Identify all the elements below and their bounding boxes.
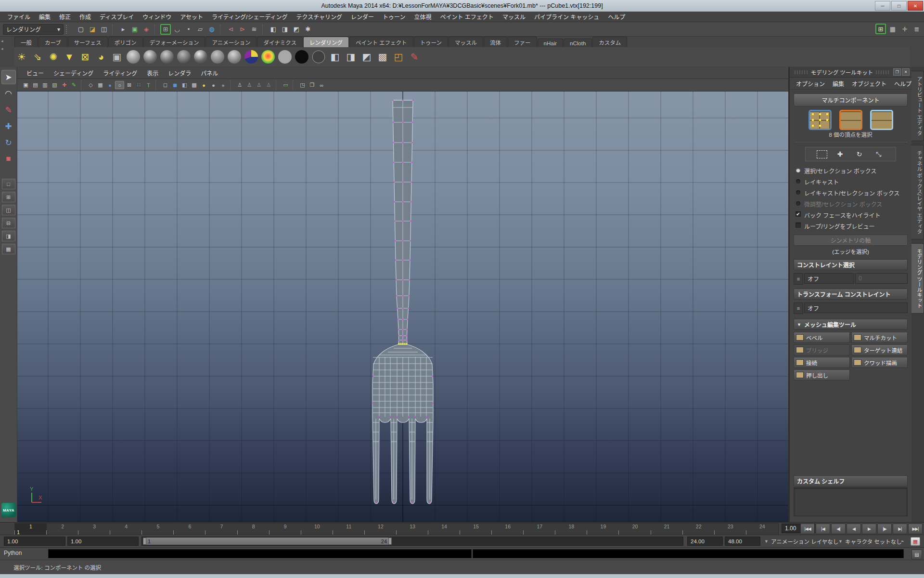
panel-menu-6[interactable]: パネル [196, 68, 222, 78]
attribute-editor-icon[interactable]: ≣ [911, 24, 922, 34]
drag-dots[interactable] [795, 70, 808, 74]
marquee-select-icon[interactable] [817, 150, 827, 158]
menu-3[interactable]: 修正 [55, 12, 75, 22]
frame-21[interactable]: 21 [651, 524, 683, 535]
shelf-tab-curves[interactable]: カーブ [38, 37, 67, 47]
toolkit-header[interactable]: モデリング ツールキット ❐ ✕ [790, 67, 911, 78]
menu-1[interactable]: ファイル [3, 12, 35, 22]
ipr-render-icon[interactable]: ◩ [291, 24, 302, 35]
check-preview-loop-ring[interactable]: ループ/リングをプレビュー [794, 221, 908, 232]
camera-icon[interactable]: ▣ [110, 50, 124, 64]
play-backwards-button[interactable]: ◀ [847, 524, 861, 534]
two-pane-stacked-layout-button[interactable]: ⊟ [2, 218, 15, 228]
toolkit-menu-edit[interactable]: 編集 [829, 79, 847, 89]
texture-display-icon[interactable]: T [144, 81, 153, 89]
use-background-icon[interactable] [295, 50, 308, 64]
all-lights-icon[interactable]: ● [209, 81, 218, 89]
transform-constraint-header[interactable]: トランスフォーム コンストレイント [794, 289, 908, 300]
range-start-handle[interactable] [143, 538, 146, 545]
hypershade-persp-layout-button[interactable]: ▦ [2, 244, 15, 254]
burger-icon[interactable]: ≡ [794, 302, 803, 314]
range-slider-active[interactable]: 1 24 [143, 538, 392, 545]
radio-raycast-selection-box[interactable]: レイキャスト/セレクション ボックス [794, 187, 908, 198]
select-by-object-icon[interactable]: ▣ [129, 24, 140, 35]
shelf-tab-toon[interactable]: トゥーン [414, 37, 448, 47]
custom-shelf-header[interactable]: カスタム シェルフ [794, 475, 908, 486]
panel-menu-4[interactable]: 表示 [142, 68, 163, 78]
shelf-toggle-arrows[interactable]: ◂◂ [1, 39, 13, 65]
quad-draw-button[interactable]: クワッド描画 [851, 357, 908, 368]
wireframe-icon[interactable]: ◇ [86, 81, 95, 89]
pane-layout-icon[interactable]: ❐ [308, 81, 317, 89]
menu-15[interactable]: パイプライン キャッシュ [530, 12, 603, 22]
radio-select-selection-box[interactable]: 選択/セレクション ボックス [794, 165, 908, 176]
hypershade-icon[interactable]: ◰ [391, 50, 406, 64]
menu-7[interactable]: アセット [176, 12, 207, 22]
menu-4[interactable]: 作成 [75, 12, 95, 22]
render-settings-icon[interactable]: ▩ [375, 50, 390, 64]
maximize-button[interactable]: □ [891, 1, 907, 11]
scale-tool[interactable]: ■ [1, 152, 16, 166]
frame-14[interactable]: 14 [428, 524, 460, 535]
frame-16[interactable]: 16 [492, 524, 524, 535]
snap-to-grid-icon[interactable]: ⊞ [160, 24, 171, 35]
shelf-tab-general[interactable]: 一般 [14, 37, 38, 47]
bevel-button[interactable]: ベベル [794, 332, 850, 343]
batch-render-icon[interactable]: ◩ [359, 50, 374, 64]
menu-14[interactable]: マッスル [498, 12, 530, 22]
target-weld-button[interactable]: ターゲット連結 [851, 344, 908, 355]
step-back-key-button[interactable]: |◀ [816, 524, 830, 534]
volume-light-icon[interactable]: ◕ [94, 50, 108, 64]
scale-tool-icon[interactable]: ⤡ [873, 149, 885, 159]
paint-effects-icon[interactable]: ✎ [407, 50, 422, 64]
constraint-select-dropdown[interactable]: オフ [804, 273, 854, 284]
viewport-canvas[interactable]: Y X [17, 92, 788, 523]
frame-10[interactable]: 10 [301, 524, 333, 535]
rotate-tool[interactable]: ↻ [1, 135, 16, 150]
frame-2[interactable]: 2 [47, 524, 78, 535]
persp-outliner-layout-button[interactable]: ◫ [2, 205, 15, 215]
extrude-button[interactable]: 押し出し [794, 369, 850, 381]
menu-6[interactable]: ウィンドウ [138, 12, 176, 22]
blinn-material-icon[interactable] [160, 50, 174, 64]
modeling-toolkit-toggle-icon[interactable]: ⊞ [875, 24, 886, 34]
shader-ring-icon[interactable] [312, 50, 325, 64]
channel-box-layer-editor-icon[interactable]: ▦ [887, 24, 898, 34]
new-scene-icon[interactable]: ▢ [76, 24, 86, 35]
shelf-tab-custom[interactable]: カスタム [592, 37, 627, 47]
move-tool[interactable]: ✚ [1, 119, 16, 133]
menu-11[interactable]: トゥーン [378, 12, 410, 22]
bridge-button[interactable]: ブリッジ [794, 344, 850, 355]
point-light-icon[interactable]: ✺ [46, 50, 61, 64]
title-bar[interactable]: Autodesk Maya 2014 x64: D:¥LessonForMAYA… [0, 0, 924, 12]
edge-mode-button[interactable] [841, 111, 861, 129]
frame-15[interactable]: 15 [460, 524, 492, 535]
menu-8[interactable]: ライティング/シェーディング [207, 12, 292, 22]
animation-end-field[interactable]: 48.00 [725, 537, 760, 546]
toolkit-menu-options[interactable]: オプション [793, 79, 828, 89]
persp-graph-layout-button[interactable]: ◨ [2, 231, 15, 241]
tab-channel-box-layer-editor[interactable]: チャネル ボックス/レイヤ エディタ [911, 145, 924, 239]
multicut-button[interactable]: マルチカット [851, 332, 908, 343]
frame-19[interactable]: 19 [587, 524, 619, 535]
tab-attribute-editor[interactable]: アトリビュート エディタ [911, 71, 924, 141]
select-camera-icon[interactable]: ▣ [21, 81, 30, 89]
command-line-input[interactable] [48, 549, 472, 558]
go-to-end-button[interactable]: ▶▶| [908, 524, 923, 534]
menu-2[interactable]: 編集 [35, 12, 55, 22]
ramp-shader-icon[interactable] [228, 50, 241, 64]
snap-to-point-icon[interactable]: • [183, 24, 194, 35]
check-highlight-backfaces[interactable]: バック フェースをハイライト [794, 210, 908, 221]
motion-blur-icon[interactable]: ♙ [255, 81, 264, 89]
float-panel-icon[interactable]: ❐ [893, 68, 901, 76]
shelf-tab-ncloth[interactable]: nCloth [564, 39, 592, 47]
shelf-tab-paint-effects[interactable]: ペイント エフェクト [349, 37, 413, 47]
move-tool-icon[interactable]: ✚ [834, 149, 847, 159]
menu-13[interactable]: ペイント エフェクト [436, 12, 498, 22]
panel-menu-2[interactable]: シェーディング [49, 68, 98, 78]
shelf-tab-muscle[interactable]: マッスル [449, 37, 483, 47]
frame-9[interactable]: 9 [270, 524, 301, 535]
shelf-tab-polygons[interactable]: ポリゴン [108, 37, 143, 47]
script-editor-icon[interactable]: ▤ [911, 550, 922, 559]
single-pane-layout-button[interactable]: □ [2, 179, 15, 189]
